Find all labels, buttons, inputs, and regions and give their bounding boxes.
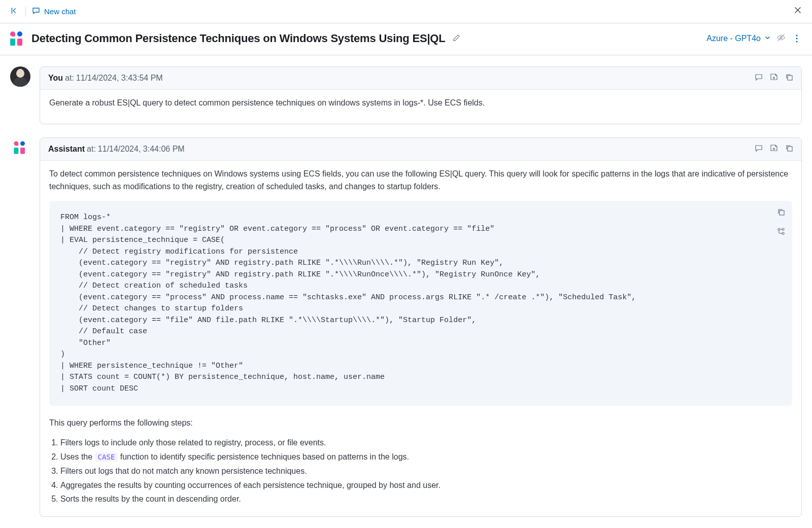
code-text: FROM logs-* | WHERE event.category == "r… [60,213,636,393]
user-message-text: Generate a robust ES|QL query to detect … [49,97,792,110]
svg-rect-4 [788,76,792,80]
reply-icon[interactable] [755,73,763,83]
reply-icon[interactable] [755,144,763,154]
title-row: Detecting Common Persistence Techniques … [0,23,812,55]
model-selector[interactable]: Azure - GPT4o [706,34,770,43]
svg-rect-5 [788,147,792,151]
page-title: Detecting Common Persistence Techniques … [31,32,446,45]
archive-icon[interactable] [770,73,778,83]
message-actions [755,144,793,154]
more-actions-icon[interactable] [792,34,802,43]
assistant-avatar [10,137,30,158]
chevron-down-icon [765,35,770,42]
new-chat-label: New chat [44,7,76,16]
step-item: Filters logs to include only those relat… [60,437,792,449]
svg-rect-6 [780,210,784,215]
assistant-intro-text: To detect common persistence techniques … [49,168,792,193]
view-flow-icon[interactable] [777,227,785,239]
timestamp: 11/14/2024, 3:44:06 PM [98,145,185,154]
steps-list: Filters logs to include only those relat… [49,437,792,506]
step-item: Uses the CASE function to identify speci… [60,451,792,464]
sender-role: Assistant [48,145,85,154]
chat-icon [32,7,40,16]
step-item: Sorts the results by the count in descen… [60,493,792,506]
steps-intro: This query performs the following steps: [49,417,792,430]
close-icon[interactable] [792,4,804,19]
at-label: at: [65,74,74,83]
app-logo [10,31,24,46]
model-name: Azure - GPT4o [706,34,761,43]
chat-area: You at: 11/14/2024, 3:43:54 PM Generate … [0,55,812,517]
step-item: Aggregates the results by counting occur… [60,479,792,492]
message-body: To detect common persistence techniques … [40,161,801,516]
message-actions [755,73,793,83]
user-message-row: You at: 11/14/2024, 3:43:54 PM Generate … [10,66,802,124]
sender-role: You [48,74,63,83]
svg-point-9 [782,228,784,230]
svg-point-7 [778,228,780,230]
at-label: at: [87,145,96,154]
edit-title-icon[interactable] [453,34,460,43]
assistant-message-row: Assistant at: 11/14/2024, 3:44:06 PM To … [10,137,802,517]
timestamp: 11/14/2024, 3:43:54 PM [76,74,163,83]
copy-icon[interactable] [785,144,793,154]
svg-point-8 [782,232,784,234]
divider [25,7,26,17]
copy-code-icon[interactable] [777,208,785,220]
code-actions [777,208,785,239]
svg-point-2 [796,38,797,39]
copy-icon[interactable] [785,73,793,83]
message-header: You at: 11/14/2024, 3:43:54 PM [40,67,801,90]
inline-code: CASE [95,452,118,462]
svg-point-3 [796,41,797,42]
message-header: Assistant at: 11/14/2024, 3:44:06 PM [40,138,801,161]
top-bar: New chat [0,0,812,23]
user-avatar [10,66,30,87]
user-message-card: You at: 11/14/2024, 3:43:54 PM Generate … [40,66,802,124]
message-body: Generate a robust ES|QL query to detect … [40,90,801,124]
archive-icon[interactable] [770,144,778,154]
visibility-icon[interactable] [776,33,786,45]
code-block: FROM logs-* | WHERE event.category == "r… [49,201,792,406]
collapse-panel-icon[interactable] [8,6,19,17]
svg-point-1 [796,34,797,36]
step-item: Filters out logs that do not match any k… [60,465,792,478]
new-chat-button[interactable]: New chat [32,7,76,16]
assistant-message-card: Assistant at: 11/14/2024, 3:44:06 PM To … [40,137,802,517]
